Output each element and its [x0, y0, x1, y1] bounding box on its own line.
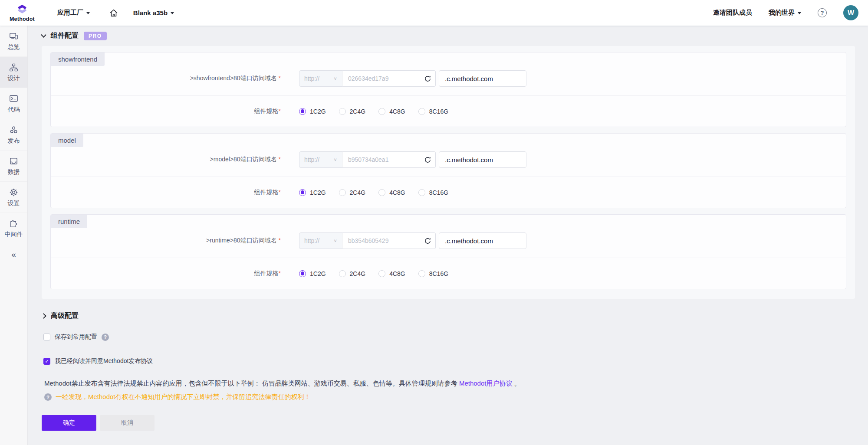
component-card-model: model >model>80端口访问域名 * http:// ∨ b95073…: [50, 133, 846, 208]
required-star: *: [279, 156, 281, 163]
radio-icon: [299, 270, 306, 277]
component-config-toggle[interactable]: 组件配置 PRO: [42, 26, 855, 46]
spec-radio-1c2g[interactable]: 1C2G: [299, 108, 326, 115]
spec-radio-2c4g[interactable]: 2C4G: [339, 108, 366, 115]
policy-agreement-link[interactable]: Methodot用户协议: [459, 380, 513, 387]
sidebar-item-settings[interactable]: 设置: [0, 181, 27, 213]
component-card-runtime: runtime >runtime>80端口访问域名 * http:// ∨ bb…: [50, 214, 846, 289]
sidebar-item-data[interactable]: 数据: [0, 150, 27, 181]
agreement-checkbox[interactable]: ✓: [43, 358, 50, 365]
warning-row: ? 一经发现，Methodot有权在不通知用户的情况下立即封禁，并保留追究法律责…: [44, 393, 855, 401]
refresh-icon[interactable]: [424, 237, 431, 245]
radio-label: 8C16G: [429, 270, 448, 277]
spec-row: 组件规格* 1C2G 2C4G 4C8G 8C16G: [51, 177, 846, 208]
spec-radio-8c16g[interactable]: 8C16G: [418, 189, 448, 196]
radio-icon: [339, 189, 346, 196]
invite-members-label: 邀请团队成员: [713, 9, 752, 17]
top-navbar: Methodot 应用工厂 Blank a35b 邀请团队成员 我的世界 ? W: [0, 0, 868, 26]
invite-members-button[interactable]: 邀请团队成员: [713, 9, 752, 17]
radio-label: 4C8G: [389, 270, 405, 277]
sidebar-item-code[interactable]: 代码: [0, 88, 27, 119]
save-common-label: 保存到常用配置: [55, 333, 97, 341]
help-icon[interactable]: ?: [818, 8, 827, 17]
radio-label: 4C8G: [389, 189, 405, 196]
domain-suffix-input[interactable]: .c.methodot.com: [439, 232, 526, 249]
domain-suffix-input[interactable]: .c.methodot.com: [439, 151, 526, 168]
spec-radio-4c8g[interactable]: 4C8G: [378, 108, 405, 115]
domain-suffix-value: .c.methodot.com: [445, 156, 493, 164]
home-button[interactable]: [109, 8, 118, 18]
advanced-title: 高级配置: [51, 311, 79, 321]
radio-icon: [339, 270, 346, 277]
collapse-icon: «: [11, 250, 16, 259]
cancel-button[interactable]: 取消: [100, 415, 155, 431]
protocol-select[interactable]: http:// ∨: [299, 232, 342, 249]
brand-name: Methodot: [10, 16, 35, 22]
project-switcher[interactable]: Blank a35b: [133, 9, 174, 16]
sidebar-label: 中间件: [5, 231, 23, 239]
methodot-logo[interactable]: Methodot: [10, 4, 35, 22]
radio-icon: [418, 270, 425, 277]
sidebar-collapse-button[interactable]: «: [0, 246, 27, 263]
domain-row: >runtime>80端口访问域名 * http:// ∨ bb354b6054…: [51, 228, 846, 258]
spec-radio-group: 1C2G 2C4G 4C8G 8C16G: [299, 270, 448, 277]
chevron-down-icon: ∨: [333, 76, 337, 81]
refresh-icon[interactable]: [424, 156, 431, 164]
section-title: 组件配置: [51, 31, 79, 40]
user-avatar[interactable]: W: [843, 5, 858, 20]
save-common-config-row: 保存到常用配置 ?: [43, 333, 855, 341]
component-card-showfrontend: showfrontend >showfrontend>80端口访问域名 * ht…: [50, 52, 846, 127]
sidebar-item-design[interactable]: 设计: [0, 56, 27, 88]
app-factory-menu[interactable]: 应用工厂: [57, 9, 90, 17]
pro-badge: PRO: [84, 32, 107, 40]
refresh-icon[interactable]: [424, 75, 431, 82]
warning-text: 一经发现，Methodot有权在不通知用户的情况下立即封禁，并保留追究法律责任的…: [56, 393, 311, 401]
domain-suffix-input[interactable]: .c.methodot.com: [439, 70, 526, 87]
save-common-checkbox[interactable]: [43, 334, 50, 340]
spec-radio-4c8g[interactable]: 4C8G: [378, 270, 405, 277]
policy-text: Methodot禁止发布含有法律法规禁止内容的应用，包含但不限于以下举例： 仿冒…: [44, 380, 457, 387]
subdomain-input[interactable]: 026634ed17a9: [342, 70, 436, 87]
spec-radio-2c4g[interactable]: 2C4G: [339, 189, 366, 196]
spec-radio-8c16g[interactable]: 8C16G: [418, 108, 448, 115]
sidebar-item-middleware[interactable]: 中间件: [0, 213, 27, 244]
chevron-down-icon: ∨: [333, 238, 337, 243]
sidebar-item-overview[interactable]: 总览: [0, 26, 27, 56]
radio-label: 1C2G: [310, 108, 326, 115]
radio-label: 8C16G: [429, 189, 448, 196]
sidebar-label: 数据: [8, 168, 20, 176]
agreement-label: 我已经阅读并同意Methodot发布协议: [55, 357, 153, 365]
confirm-button[interactable]: 确定: [42, 415, 96, 431]
spec-field-label: 组件规格*: [51, 108, 281, 115]
spec-radio-2c4g[interactable]: 2C4G: [339, 270, 366, 277]
question-icon[interactable]: ?: [102, 334, 109, 341]
main-content: 组件配置 PRO showfrontend >showfrontend>80端口…: [28, 26, 868, 445]
spec-radio-1c2g[interactable]: 1C2G: [299, 270, 326, 277]
my-world-menu[interactable]: 我的世界: [769, 9, 801, 17]
cluster-icon: [9, 125, 19, 135]
spec-radio-1c2g[interactable]: 1C2G: [299, 189, 326, 196]
puzzle-icon: [9, 219, 19, 229]
radio-label: 2C4G: [350, 270, 366, 277]
spec-radio-4c8g[interactable]: 4C8G: [378, 189, 405, 196]
spec-radio-8c16g[interactable]: 8C16G: [418, 270, 448, 277]
subdomain-input[interactable]: bb354b605429: [342, 232, 436, 249]
domain-field-label: >showfrontend>80端口访问域名 *: [51, 75, 281, 82]
question-icon: ?: [44, 393, 52, 401]
required-star: *: [279, 108, 281, 115]
protocol-value: http://: [304, 75, 319, 82]
subdomain-value: b950734a0ea1: [348, 156, 388, 163]
advanced-config-toggle[interactable]: 高级配置: [42, 306, 855, 326]
protocol-select[interactable]: http:// ∨: [299, 70, 342, 87]
monitor-icon: [9, 31, 19, 41]
radio-label: 2C4G: [350, 189, 366, 196]
radio-icon: [418, 189, 425, 196]
database-icon: [9, 156, 19, 166]
sidebar-item-publish[interactable]: 发布: [0, 119, 27, 150]
domain-suffix-value: .c.methodot.com: [445, 237, 493, 245]
required-star: *: [279, 75, 281, 82]
subdomain-input[interactable]: b950734a0ea1: [342, 151, 436, 168]
protocol-select[interactable]: http:// ∨: [299, 151, 342, 168]
sidebar-label: 设置: [8, 200, 20, 207]
domain-row: >showfrontend>80端口访问域名 * http:// ∨ 02663…: [51, 66, 846, 95]
